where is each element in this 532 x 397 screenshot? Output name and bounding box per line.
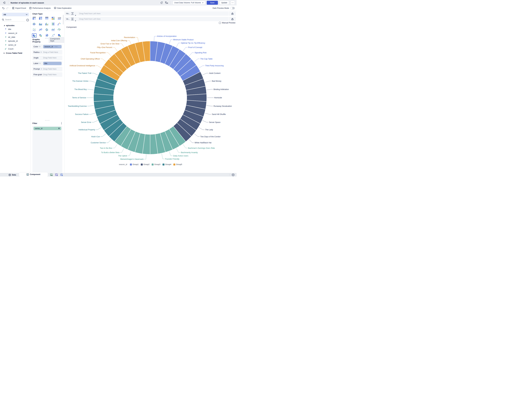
horizontal-shelf[interactable]: Ho... Drag Field from Left Here (65, 12, 236, 16)
property-row-color[interactable]: Colorseason_idInte… (32, 44, 62, 49)
data-volume-dropdown[interactable]: Used Data Volume: Full Volume (173, 1, 205, 5)
field-item-episode_id[interactable]: #episode_id (0, 39, 30, 43)
add-chart-button[interactable] (50, 174, 53, 176)
text-field-icon: T (5, 28, 7, 30)
label-leader-line (162, 153, 164, 159)
chart-type-table-detail[interactable] (32, 16, 36, 20)
legend-item-group1[interactable]: Group1 (130, 163, 139, 166)
chart-type-table-split[interactable] (38, 16, 43, 20)
chart-type-bidirectional-bar[interactable] (32, 22, 36, 26)
legend-item-group4[interactable]: Group4 (163, 163, 171, 166)
gear-icon[interactable] (40, 68, 42, 70)
property-row-angle[interactable]: AngleDrag Field Here (32, 56, 62, 60)
field-item-Count[interactable]: #*Count (0, 47, 30, 51)
gear-icon[interactable] (39, 62, 41, 64)
field-item-air_date[interactable]: #air_date (0, 35, 30, 39)
chart-type-donut[interactable] (44, 33, 49, 37)
slice-label: Daily Active Users (173, 155, 188, 157)
chart-type-grouped-column[interactable] (38, 22, 43, 26)
legend-item-group3[interactable]: Group3 (152, 163, 160, 166)
horizontal-style-button[interactable] (229, 12, 236, 16)
chart-type-dual-line[interactable] (32, 28, 36, 32)
slice-label: Two Days of the Condor (200, 136, 221, 138)
filter-resize-handle[interactable] (30, 120, 64, 121)
label-leader-line (194, 59, 200, 62)
field-pill-season_id[interactable]: season_idInte… (43, 45, 61, 48)
redo-button[interactable] (6, 6, 9, 10)
field-name: season_id (8, 32, 17, 34)
chart-type-waterfall[interactable] (57, 22, 61, 26)
slice-label: Intellectual Property (79, 129, 95, 131)
slice-label: Bad Money (212, 80, 222, 82)
filter-menu-button[interactable] (61, 122, 62, 124)
update-button[interactable]: Update (219, 1, 229, 5)
manual-preview-checkbox[interactable] (219, 22, 221, 24)
toggle-knob (230, 7, 232, 9)
manual-preview-control[interactable]: Manual Preview (219, 22, 235, 24)
tab-data[interactable]: Data (9, 174, 16, 176)
undo-icon (2, 7, 4, 9)
slice-label: Adult Content (209, 72, 220, 74)
label-leader-line (87, 89, 94, 90)
property-row-radius[interactable]: RadiusDrag a Field Here (32, 50, 62, 55)
chart-type-kpi-number[interactable]: 123 (57, 16, 61, 20)
label-leader-line (199, 127, 205, 130)
add-dashboard-button[interactable] (55, 174, 58, 176)
gear-icon[interactable] (39, 46, 41, 48)
dark-preview-toggle[interactable] (230, 7, 235, 9)
donut-chart[interactable]: Articles of IncorporationMinimum Viable … (64, 29, 236, 163)
refresh-button[interactable] (160, 1, 163, 4)
chart-type-table-grid[interactable] (44, 16, 49, 20)
property-row-prompt[interactable]: PromptDrag Field Here (32, 67, 62, 71)
chart-type-area[interactable] (51, 28, 55, 32)
field-item-season_id[interactable]: #season_id (0, 31, 30, 35)
export-excel-button[interactable]: Export Excel (12, 7, 26, 9)
tab-graphic-property[interactable]: Graphic Property (32, 38, 47, 43)
data-explanation-button[interactable]: Data Explanation (54, 7, 72, 9)
chevron-down-icon (202, 2, 204, 3)
horizontal-axis-icon[interactable] (71, 12, 75, 15)
cross-table-node[interactable]: Cross-Table Field (0, 51, 30, 55)
chart-type-multi-line[interactable] (38, 28, 43, 32)
chart-type-column[interactable] (44, 22, 49, 26)
legend-swatch (130, 164, 132, 166)
chart-type-pie-rose[interactable] (38, 33, 43, 37)
save-button[interactable]: Save (207, 1, 218, 5)
tab-component-active[interactable]: Component (19, 172, 48, 177)
field-pill-title[interactable]: title (43, 62, 61, 65)
slice-label: Meinertzhagen's Haversack (120, 158, 144, 160)
vertical-shelf[interactable]: Ve... Drag Field from Left Here (65, 17, 236, 21)
legend-item-group5[interactable]: Group5 (173, 163, 182, 166)
more-options-icon[interactable] (26, 19, 29, 21)
more-button[interactable]: ··· (230, 1, 235, 5)
field-item-series_id[interactable]: #series_id (0, 43, 30, 47)
tab-component-style[interactable]: Component Style (48, 37, 64, 43)
filter-pill-series-id[interactable]: series_id (34, 127, 61, 130)
title-bar: Number of episodes in each season Used D… (0, 0, 236, 6)
chart-type-horizontal-bar[interactable] (51, 22, 55, 26)
grid-scrollbar[interactable] (63, 15, 64, 25)
lineage-button[interactable] (165, 1, 168, 4)
collapse-panel-button[interactable] (232, 174, 235, 176)
add-report-button[interactable] (60, 174, 63, 176)
label-leader-line (92, 73, 98, 75)
chart-type-card[interactable] (51, 16, 55, 20)
field-item-title[interactable]: Ttitle (0, 27, 30, 31)
property-row-label[interactable]: Labeltitle (32, 61, 62, 66)
performance-analysis-button[interactable]: Performance Analysis (29, 7, 51, 9)
chart-type-gauge[interactable] (57, 28, 61, 32)
property-row-fine-grained[interactable]: Fine-grainedDrag Field Here (32, 72, 62, 77)
chart-type-pie-selected[interactable] (32, 33, 36, 37)
label-leader-line (169, 40, 172, 44)
back-button[interactable] (0, 0, 8, 6)
dataset-dropdown[interactable]: All (2, 13, 29, 16)
filter-shelf[interactable]: series_id (32, 126, 62, 173)
legend-item-group2[interactable]: Group2 (141, 163, 150, 166)
vertical-style-button[interactable] (229, 17, 236, 21)
chart-type-radar[interactable] (44, 28, 49, 32)
gear-icon[interactable] (40, 51, 42, 53)
table-node-episodes[interactable]: episodes (0, 24, 30, 27)
vertical-axis-icon[interactable] (71, 18, 75, 20)
undo-button[interactable] (1, 6, 5, 10)
search-input[interactable] (5, 19, 20, 21)
